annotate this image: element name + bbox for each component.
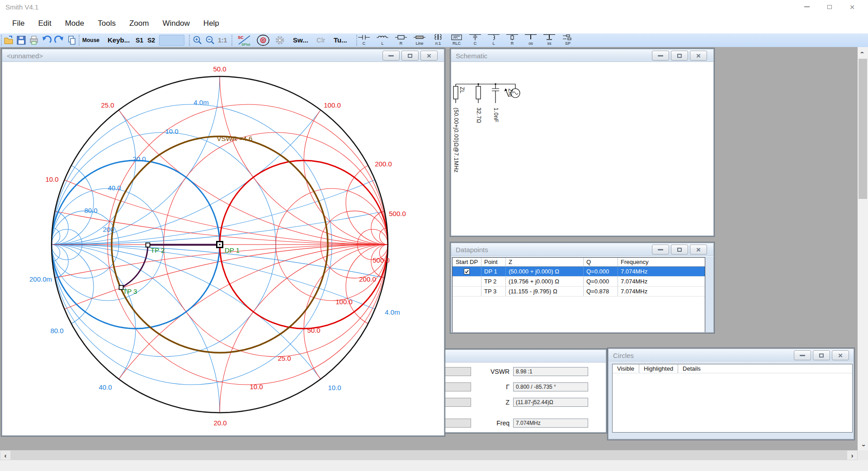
schematic-minimize-button[interactable]: [652, 51, 669, 61]
copy-button[interactable]: [66, 34, 78, 46]
scroll-right-button[interactable]: ›: [847, 451, 857, 460]
vertical-scrollbar[interactable]: ‹ ‹: [858, 47, 868, 450]
menu-tools[interactable]: Tools: [91, 14, 123, 33]
chart-close-button[interactable]: ×: [420, 51, 438, 61]
splot-toggle-button[interactable]: SC SPlot: [235, 34, 253, 46]
start-dp-checkbox[interactable]: [464, 268, 470, 274]
app-titlebar[interactable]: Smith V4.1 ×: [0, 0, 868, 14]
circles-tool-button[interactable]: [256, 34, 270, 46]
chart-canvas-area[interactable]: 50.025.0100.0200.010.0500.0500.0200.0100…: [2, 62, 444, 435]
open-stub-button[interactable]: os: [522, 34, 539, 47]
vertical-scroll-thumb[interactable]: [859, 59, 867, 199]
app-minimize-button[interactable]: [796, 0, 818, 14]
column-header-point[interactable]: Point: [481, 258, 506, 266]
schematic-titlebar[interactable]: Schematic ×: [451, 49, 713, 62]
settings-gear-button[interactable]: [273, 34, 287, 46]
menu-file[interactable]: File: [5, 14, 31, 33]
column-header-z[interactable]: Z: [506, 258, 584, 266]
column-header-highlighted[interactable]: Highlighted: [639, 364, 678, 373]
open-file-button[interactable]: [3, 34, 14, 46]
scroll-up-button[interactable]: ‹: [858, 47, 868, 58]
column-header-start-dp[interactable]: Start DP: [453, 258, 481, 266]
sweep-button[interactable]: Sw...: [293, 33, 308, 47]
undo-button[interactable]: [41, 34, 52, 46]
mouse-mode-label[interactable]: Mouse: [82, 33, 99, 47]
toolbar-grip[interactable]: [231, 35, 232, 46]
circles-list[interactable]: Visible Highlighted Details: [612, 364, 853, 433]
chevron-right-icon: ›: [851, 452, 854, 459]
column-header-visible[interactable]: Visible: [613, 364, 639, 373]
close-icon: ×: [696, 52, 701, 60]
q-cell: Q=0.878: [584, 287, 618, 296]
circles-close-button[interactable]: ×: [832, 350, 849, 360]
tune-button[interactable]: Tu...: [334, 33, 347, 47]
toolbar-grip[interactable]: [79, 35, 80, 46]
schematic-restore-button[interactable]: [671, 51, 688, 61]
circles-minimize-button[interactable]: [794, 350, 811, 360]
transmission-line-button[interactable]: Line: [411, 34, 428, 47]
measurements-titlebar[interactable]: [433, 350, 606, 363]
chevron-left-icon: ‹: [5, 452, 7, 459]
toolbar-grip[interactable]: [189, 35, 190, 46]
chart-restore-button[interactable]: [401, 51, 419, 61]
shunt-capacitor-button[interactable]: C: [467, 34, 484, 47]
menu-edit[interactable]: Edit: [31, 14, 58, 33]
s2-button[interactable]: S2: [147, 33, 155, 47]
svg-text:SC: SC: [238, 35, 244, 40]
datapoints-titlebar[interactable]: Datapoints ×: [451, 243, 713, 256]
app-restore-button[interactable]: [818, 0, 841, 14]
save-button[interactable]: [15, 34, 27, 46]
smith-chart-canvas[interactable]: 50.025.0100.0200.010.0500.0500.0200.0100…: [2, 62, 444, 435]
freq-label: Freq: [474, 419, 509, 428]
scroll-down-button[interactable]: ‹: [858, 440, 868, 450]
chart-label: 25.0: [278, 354, 291, 362]
chart-minimize-button[interactable]: [382, 51, 400, 61]
gamma-value[interactable]: 0.800 / -85.735 °: [513, 382, 588, 391]
menu-help[interactable]: Help: [197, 14, 226, 33]
s1-button[interactable]: S1: [136, 33, 143, 47]
toolbar-grip[interactable]: [1, 35, 2, 46]
menu-zoom[interactable]: Zoom: [123, 14, 156, 33]
circles-titlebar[interactable]: Circles ×: [609, 349, 854, 362]
datapoints-minimize-button[interactable]: [652, 245, 669, 254]
vswr-value[interactable]: 8.98 :1: [513, 367, 588, 376]
series-inductor-button[interactable]: L: [374, 34, 391, 47]
series-parallel-button[interactable]: SP: [559, 34, 576, 47]
datapoints-restore-button[interactable]: [671, 245, 688, 254]
datapoints-close-button[interactable]: ×: [690, 245, 707, 254]
app-close-button[interactable]: ×: [841, 0, 863, 14]
chart-titlebar[interactable]: <unnamed> ×: [2, 49, 444, 62]
datapoint-row[interactable]: TP 3 (11.155 - j9.795) Ω Q=0.878 7.074MH…: [453, 287, 705, 297]
zoom-in-button[interactable]: [192, 34, 203, 46]
column-header-frequency[interactable]: Frequency: [618, 258, 705, 266]
freq-value[interactable]: 7.074MHz: [513, 419, 588, 428]
series-capacitor-button[interactable]: C: [355, 34, 373, 47]
zoom-ratio-button[interactable]: 1:1: [218, 33, 227, 47]
print-button[interactable]: [28, 34, 40, 46]
datapoint-row[interactable]: TP 2 (19.756 + j0.000) Ω Q=0.000 7.074MH…: [453, 277, 705, 287]
keyboard-button[interactable]: Keyb...: [108, 33, 130, 47]
schematic-close-button[interactable]: ×: [690, 51, 707, 61]
shorted-stub-button[interactable]: ss: [541, 34, 558, 47]
z-value[interactable]: (11.87-j52.44)Ω: [513, 398, 588, 407]
column-header-q[interactable]: Q: [584, 258, 618, 266]
clear-button[interactable]: Clr: [316, 33, 325, 47]
datapoint-row[interactable]: DP 1 (50.000 + j0.000) Ω Q=0.000 7.074MH…: [453, 267, 705, 277]
circles-restore-button[interactable]: [813, 350, 830, 360]
chart-label: 40.0: [99, 383, 112, 391]
shunt-resistor-button[interactable]: R: [504, 34, 521, 47]
shunt-inductor-button[interactable]: L: [485, 34, 502, 47]
rlc-resonator-button[interactable]: RLC: [448, 34, 465, 47]
horizontal-scrollbar[interactable]: ‹ ›: [0, 450, 858, 460]
zoom-out-button[interactable]: [204, 34, 216, 46]
schematic-canvas-area[interactable]: ZL (50.00+j0.00)Ω@7.1MHz 32.7Ω 1.0nF Zin: [451, 62, 713, 236]
close-icon: ×: [696, 246, 701, 254]
menu-mode[interactable]: Mode: [58, 14, 91, 33]
series-resistor-button[interactable]: R: [392, 34, 410, 47]
menu-window[interactable]: Window: [156, 14, 196, 33]
transformer-button[interactable]: n:1: [429, 34, 447, 47]
smith-chart-window: <unnamed> × 50.025.0100.0200.010.0500.05…: [1, 48, 445, 436]
redo-button[interactable]: [53, 34, 65, 46]
scroll-left-button[interactable]: ‹: [0, 451, 10, 460]
column-header-details[interactable]: Details: [678, 364, 705, 373]
